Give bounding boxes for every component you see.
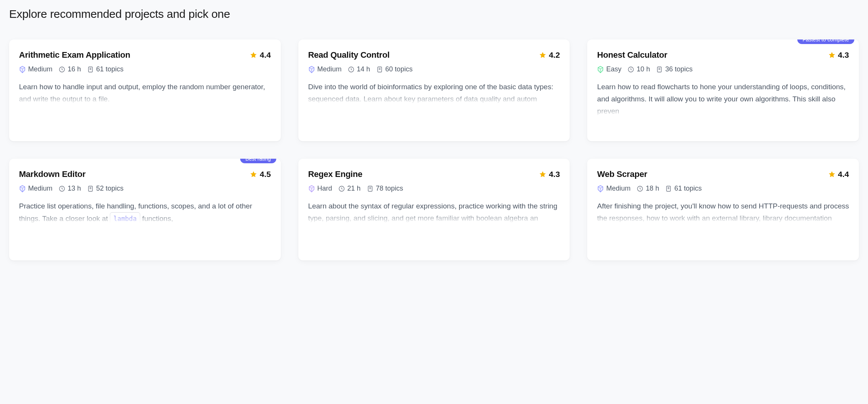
duration-label: 18 h — [646, 185, 659, 193]
card-rating: 4.5 — [250, 170, 271, 179]
card-description: Practice list operations, file handling,… — [19, 200, 271, 225]
card-header: Read Quality Control 4.2 — [308, 50, 560, 60]
difficulty-label: Medium — [606, 185, 630, 193]
star-icon — [828, 170, 836, 178]
rating-value: 4.5 — [260, 170, 271, 179]
card-title: Honest Calculator — [597, 50, 667, 60]
card-header: Regex Engine 4.3 — [308, 169, 560, 179]
star-icon — [828, 51, 836, 59]
topics-label: 60 topics — [385, 65, 413, 73]
card-rating: 4.4 — [250, 50, 271, 60]
topics-label: 78 topics — [376, 185, 403, 193]
difficulty-label: Medium — [317, 65, 342, 73]
duration-label: 21 h — [347, 185, 361, 193]
project-card[interactable]: Fastest to completeHonest Calculator 4.3… — [587, 39, 859, 141]
code-token: lambda — [110, 212, 140, 226]
star-icon — [250, 170, 257, 178]
topics: 61 topics — [87, 65, 124, 73]
project-card[interactable]: Web Scraper 4.4 Medium 18 h 61 topicsAft… — [587, 159, 859, 260]
document-icon — [367, 185, 374, 192]
card-meta: Hard 21 h 78 topics — [308, 185, 560, 193]
project-card[interactable]: Arithmetic Exam Application 4.4 Medium 1… — [9, 39, 281, 141]
clock-icon — [338, 185, 345, 192]
difficulty-icon — [597, 185, 604, 193]
difficulty: Medium — [19, 185, 52, 193]
topics-label: 61 topics — [674, 185, 702, 193]
description-text: functions, — [140, 215, 173, 223]
difficulty: Medium — [597, 185, 630, 193]
duration: 14 h — [348, 65, 370, 73]
card-rating: 4.2 — [539, 50, 560, 60]
topics-label: 61 topics — [96, 65, 124, 73]
project-card[interactable]: Best ratingMarkdown Editor 4.5 Medium 13… — [9, 159, 281, 260]
card-badge: Fastest to complete — [797, 39, 854, 44]
topics: 61 topics — [665, 185, 702, 193]
star-icon — [539, 170, 546, 178]
project-card[interactable]: Regex Engine 4.3 Hard 21 h 78 topicsLear… — [298, 159, 570, 260]
duration: 18 h — [637, 185, 659, 193]
clock-icon — [59, 66, 65, 73]
card-header: Arithmetic Exam Application 4.4 — [19, 50, 271, 60]
page-title: Explore recommended projects and pick on… — [9, 8, 859, 21]
topics: 52 topics — [87, 185, 124, 193]
duration: 10 h — [627, 65, 650, 73]
clock-icon — [348, 66, 355, 73]
duration: 21 h — [338, 185, 361, 193]
difficulty: Medium — [19, 65, 52, 73]
topics-label: 36 topics — [665, 65, 692, 73]
card-title: Web Scraper — [597, 169, 647, 179]
card-rating: 4.3 — [539, 170, 560, 179]
star-icon — [539, 51, 546, 59]
duration-label: 13 h — [68, 185, 81, 193]
card-title: Arithmetic Exam Application — [19, 50, 130, 60]
card-title: Read Quality Control — [308, 50, 390, 60]
card-meta: Medium 18 h 61 topics — [597, 185, 849, 193]
difficulty-icon — [19, 66, 26, 73]
difficulty-label: Medium — [28, 65, 52, 73]
rating-value: 4.3 — [838, 50, 849, 60]
difficulty: Medium — [308, 65, 342, 73]
card-meta: Medium 16 h 61 topics — [19, 65, 271, 73]
card-header: Markdown Editor 4.5 — [19, 169, 271, 179]
clock-icon — [59, 185, 65, 192]
card-meta: Medium 14 h 60 topics — [308, 65, 560, 73]
rating-value: 4.3 — [549, 170, 560, 179]
project-grid: Arithmetic Exam Application 4.4 Medium 1… — [9, 39, 859, 260]
rating-value: 4.4 — [838, 170, 849, 179]
card-description: Learn how to read flowcharts to hone you… — [597, 81, 849, 117]
difficulty: Easy — [597, 65, 621, 73]
card-title: Regex Engine — [308, 169, 363, 179]
card-header: Honest Calculator 4.3 — [597, 50, 849, 60]
document-icon — [665, 185, 672, 192]
duration-label: 14 h — [357, 65, 370, 73]
document-icon — [87, 66, 94, 73]
card-rating: 4.3 — [828, 50, 849, 60]
topics: 36 topics — [656, 65, 692, 73]
card-meta: Easy 10 h 36 topics — [597, 65, 849, 73]
difficulty-icon — [19, 185, 26, 193]
difficulty-label: Easy — [606, 65, 621, 73]
card-description: Dive into the world of bioinformatics by… — [308, 81, 560, 105]
topics: 60 topics — [376, 65, 413, 73]
document-icon — [87, 185, 94, 192]
clock-icon — [627, 66, 634, 73]
difficulty: Hard — [308, 185, 332, 193]
difficulty-label: Hard — [317, 185, 332, 193]
project-card[interactable]: Read Quality Control 4.2 Medium 14 h 60 … — [298, 39, 570, 141]
card-title: Markdown Editor — [19, 169, 86, 179]
duration: 16 h — [59, 65, 81, 73]
card-description: Learn how to handle input and output, em… — [19, 81, 271, 105]
document-icon — [656, 66, 663, 73]
card-header: Web Scraper 4.4 — [597, 169, 849, 179]
card-description: Learn about the syntax of regular expres… — [308, 200, 560, 224]
duration-label: 10 h — [637, 65, 650, 73]
star-icon — [250, 51, 257, 59]
card-rating: 4.4 — [828, 170, 849, 179]
difficulty-icon — [308, 66, 315, 73]
duration: 13 h — [59, 185, 81, 193]
rating-value: 4.4 — [260, 50, 271, 60]
difficulty-icon — [308, 185, 315, 193]
rating-value: 4.2 — [549, 50, 560, 60]
topics: 78 topics — [367, 185, 403, 193]
clock-icon — [637, 185, 643, 192]
